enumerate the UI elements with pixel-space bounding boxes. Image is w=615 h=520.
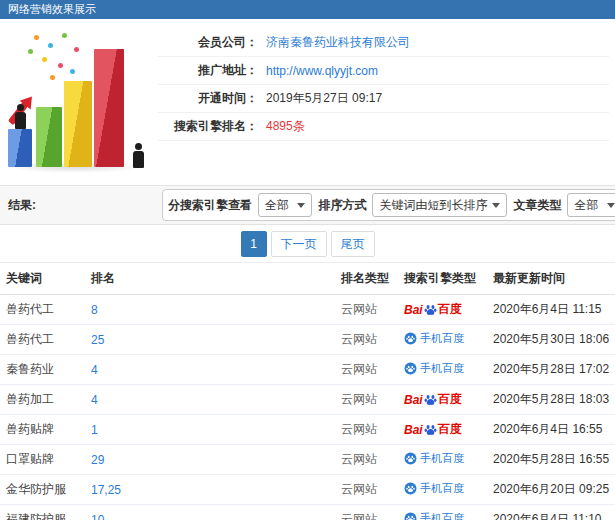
page-1-button[interactable]: 1 [241, 231, 267, 257]
engine-cell: Bai 百度 [398, 415, 487, 445]
next-page-button[interactable]: 下一页 [271, 231, 327, 257]
rank-cell-wrap: 4 [85, 355, 335, 385]
promo-url-link[interactable]: http://www.qlyyjt.com [266, 64, 378, 78]
table-row: 口罩贴牌 29 云网站 手机百度 2020年5月28日 16:55 [0, 445, 615, 475]
baidu-logo-latin: Bai [404, 393, 423, 407]
mobile-baidu-icon [404, 482, 417, 495]
baidu-logo-cn: 百度 [438, 301, 462, 318]
pagination: 1 下一页 尾页 [0, 225, 615, 262]
company-info-list: 会员公司： 济南秦鲁药业科技有限公司 推广地址： http://www.qlyy… [158, 29, 609, 185]
article-type-select-value: 全部 [574, 197, 598, 214]
rank-link[interactable]: 4 [91, 393, 98, 407]
chart-bar-blue [8, 129, 32, 167]
rank-cell-wrap: 17,25 [85, 475, 335, 505]
rank-link[interactable]: 10 [91, 513, 104, 520]
update-time-cell: 2020年6月4日 16:55 [487, 415, 615, 445]
mobile-baidu-icon [404, 512, 417, 520]
mobile-baidu-label: 手机百度 [420, 361, 464, 376]
sort-select[interactable]: 关键词由短到长排序 [372, 193, 507, 217]
table-header-row: 关键词 排名 排名类型 搜索引擎类型 最新更新时间 [0, 263, 615, 295]
info-row-company: 会员公司： 济南秦鲁药业科技有限公司 [158, 29, 609, 57]
table-row: 兽药贴牌 1 云网站 Bai 百度 2020年6月4日 16:55 [0, 415, 615, 445]
rank-type-cell: 云网站 [335, 385, 398, 415]
rank-table-body: 兽药代工 8 云网站 Bai 百度 2020年6月4日 11:15 兽药代工 2… [0, 295, 615, 520]
article-type-select[interactable]: 全部 [567, 193, 615, 217]
last-page-button[interactable]: 尾页 [331, 231, 375, 257]
table-row: 金华防护服 17,25 云网站 手机百度 2020年6月20日 09:25 [0, 475, 615, 505]
keyword-rank-table: 关键词 排名 排名类型 搜索引擎类型 最新更新时间 兽药代工 8 云网站 Bai… [0, 262, 615, 520]
rank-link[interactable]: 29 [91, 453, 104, 467]
confetti-dot [42, 57, 47, 62]
engine-cell: 手机百度 [398, 445, 487, 475]
header-update-time: 最新更新时间 [487, 263, 615, 295]
company-name-link[interactable]: 济南秦鲁药业科技有限公司 [266, 34, 410, 51]
rank-link[interactable]: 25 [91, 333, 104, 347]
chevron-down-icon [297, 203, 305, 208]
update-time-cell: 2020年5月28日 18:03 [487, 385, 615, 415]
info-row-url: 推广地址： http://www.qlyyjt.com [158, 57, 609, 85]
keyword-cell: 口罩贴牌 [0, 445, 85, 475]
rank-link[interactable]: 17,25 [91, 483, 121, 497]
engine-cell: 手机百度 [398, 475, 487, 505]
baidu-paw-icon [424, 393, 437, 406]
engine-filter-label: 分搜索引擎查看 [168, 197, 252, 214]
rank-link[interactable]: 8 [91, 303, 98, 317]
marketing-chart-illustration [0, 19, 158, 179]
keyword-cell: 金华防护服 [0, 475, 85, 505]
engine-select[interactable]: 全部 [258, 193, 312, 217]
chart-bar-red [94, 49, 124, 167]
page-title: 网络营销效果展示 [8, 3, 96, 15]
baidu-logo: Bai 百度 [404, 301, 462, 318]
rank-type-cell: 云网站 [335, 505, 398, 520]
confetti-dot [50, 75, 55, 80]
keyword-cell: 福建防护服 [0, 505, 85, 520]
mobile-baidu-icon [404, 452, 417, 465]
open-time-label: 开通时间： [158, 90, 258, 107]
rank-cell-wrap: 1 [85, 415, 335, 445]
keyword-cell: 秦鲁药业 [0, 355, 85, 385]
info-row-rank-count: 搜索引擎排名： 4895条 [158, 113, 609, 141]
rank-link[interactable]: 1 [91, 423, 98, 437]
result-label: 结果: [8, 197, 162, 214]
person-silhouette [13, 104, 27, 129]
rank-cell-wrap: 8 [85, 295, 335, 325]
mobile-baidu-label: 手机百度 [420, 331, 464, 346]
mobile-baidu-icon [404, 332, 417, 345]
rank-link[interactable]: 4 [91, 363, 98, 377]
rank-type-cell: 云网站 [335, 355, 398, 385]
article-type-label: 文章类型 [513, 197, 561, 214]
confetti-dot [70, 69, 75, 74]
mobile-baidu-label: 手机百度 [420, 481, 464, 496]
open-time-value: 2019年5月27日 09:17 [266, 90, 382, 107]
rank-cell-wrap: 25 [85, 325, 335, 355]
window-titlebar: 网络营销效果展示 [0, 0, 615, 19]
update-time-cell: 2020年6月4日 11:10 [487, 505, 615, 520]
baidu-logo: Bai 百度 [404, 421, 462, 438]
baidu-logo: Bai 百度 [404, 391, 462, 408]
mobile-baidu-badge: 手机百度 [404, 481, 464, 496]
rank-count-value: 4895条 [266, 118, 305, 135]
confetti-dot [62, 33, 67, 38]
person-silhouette [131, 143, 145, 168]
update-time-cell: 2020年5月30日 18:06 [487, 325, 615, 355]
baidu-paw-icon [424, 303, 437, 316]
rank-type-cell: 云网站 [335, 325, 398, 355]
rank-cell-wrap: 4 [85, 385, 335, 415]
keyword-cell: 兽药代工 [0, 295, 85, 325]
rank-cell-wrap: 10 [85, 505, 335, 520]
update-time-cell: 2020年5月28日 17:02 [487, 355, 615, 385]
baidu-logo-cn: 百度 [438, 421, 462, 438]
figure-torso [133, 151, 144, 168]
baidu-logo-latin: Bai [404, 423, 423, 437]
company-info-panel: 会员公司： 济南秦鲁药业科技有限公司 推广地址： http://www.qlyy… [0, 19, 615, 185]
rank-type-cell: 云网站 [335, 445, 398, 475]
keyword-cell: 兽药代工 [0, 325, 85, 355]
figure-head [135, 143, 142, 150]
rank-type-cell: 云网站 [335, 415, 398, 445]
mobile-baidu-label: 手机百度 [420, 511, 464, 520]
filter-bar: 结果: 分搜索引擎查看 全部 排序方式 关键词由短到长排序 文章类型 全部 提交 [0, 185, 615, 225]
engine-cell: 手机百度 [398, 325, 487, 355]
engine-cell: Bai 百度 [398, 385, 487, 415]
rank-cell-wrap: 29 [85, 445, 335, 475]
mobile-baidu-badge: 手机百度 [404, 331, 464, 346]
